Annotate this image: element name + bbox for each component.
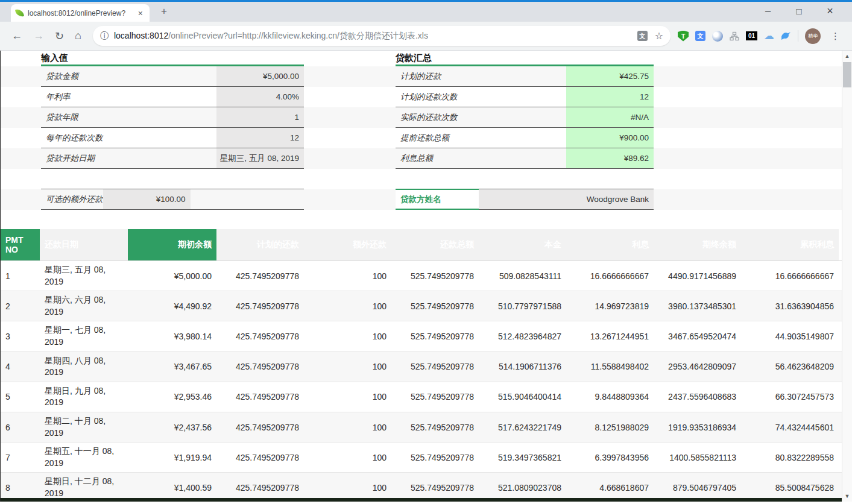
01-extension-icon[interactable]: 01 <box>746 31 757 40</box>
scroll-down-icon[interactable]: ▼ <box>842 493 852 499</box>
cell-extra-payment: 100 <box>304 329 391 344</box>
cell-interest: 8.1251988029 <box>566 420 654 435</box>
loan-summary-table: 计划的还款 ¥425.75 计划的还款次数 12 实际的还款次数 #N/A 提前… <box>396 66 654 169</box>
cell-ending-balance: 1400.5855821113 <box>654 450 741 465</box>
table-row: 贷款开始日期 星期三, 五月 08, 2019 <box>41 148 304 169</box>
cell-ending-balance: 2437.5596408683 <box>654 389 741 405</box>
cell-ending-balance: 1919.9353186934 <box>654 420 741 435</box>
address-bar[interactable]: ⓘ localhost:8012/onlinePreview?url=http:… <box>93 26 671 46</box>
row-label: 利息总额 <box>396 148 566 168</box>
bookmark-star-icon[interactable]: ☆ <box>655 30 663 42</box>
row-value: ¥425.75 <box>566 66 654 86</box>
row-label: 计划的还款次数 <box>396 87 566 107</box>
window-controls: ─ □ × <box>746 0 852 22</box>
minimize-button[interactable]: ─ <box>759 7 777 16</box>
swirl-extension-icon[interactable] <box>712 31 723 42</box>
translate-page-icon[interactable]: 文 <box>637 31 648 41</box>
sitemap-extension-icon[interactable] <box>730 31 739 41</box>
cell-extra-payment: 100 <box>304 359 391 374</box>
tab-close-icon[interactable]: × <box>136 8 145 18</box>
cell-beginning-balance: ¥5,000.00 <box>128 268 216 284</box>
vertical-scrollbar[interactable]: ▲ ▼ <box>842 51 852 502</box>
row-label: 可选的额外还款 <box>41 189 103 209</box>
browser-tab[interactable]: localhost:8012/onlinePreview? × <box>11 4 150 22</box>
row-value: ¥100.00 <box>103 189 191 209</box>
forward-button[interactable]: → <box>33 30 44 42</box>
table-row: 5 星期日, 九月 08, 2019 ¥2,953.46 425.7495209… <box>1 382 842 412</box>
cell-interest: 6.3997843956 <box>566 450 654 465</box>
cell-payment-date: 星期日, 十二月 08, 2019 <box>40 473 128 502</box>
maximize-button[interactable]: □ <box>790 6 808 16</box>
cell-scheduled-payment: 425.7495209778 <box>216 268 304 284</box>
cell-scheduled-payment: 425.7495209778 <box>216 480 304 496</box>
cell-cumulative-interest: 74.4324445601 <box>741 420 839 435</box>
lender-row: 贷款方姓名 Woodgrove Bank <box>396 189 654 210</box>
profile-avatar[interactable]: 精华 <box>805 28 821 44</box>
row-value: ¥5,000.00 <box>216 66 304 86</box>
cell-scheduled-payment: 425.7495209778 <box>216 329 304 344</box>
kkfileview-leaf-icon <box>15 8 24 17</box>
cell-principal: 514.1906711376 <box>479 359 566 374</box>
cloud-extension-icon[interactable]: ☁ <box>764 30 774 42</box>
browser-menu-icon[interactable]: ⋮ <box>831 31 840 42</box>
cell-total-payment: 525.7495209778 <box>391 298 479 314</box>
tab-title: localhost:8012/onlinePreview? <box>28 9 136 17</box>
cell-total-payment: 525.7495209778 <box>391 420 479 435</box>
translate-extension-icon[interactable]: 文 <box>695 31 705 41</box>
cell-principal: 517.6243221749 <box>479 420 566 435</box>
browser-toolbar: ← → ↻ ⌂ ⓘ localhost:8012/onlinePreview?u… <box>0 22 852 51</box>
cell-payment-date: 星期二, 十月 08, 2019 <box>40 412 128 442</box>
cell-scheduled-payment: 425.7495209778 <box>216 420 304 435</box>
cell-total-payment: 525.7495209778 <box>391 389 479 405</box>
table-row: 8 星期日, 十二月 08, 2019 ¥1,400.59 425.749520… <box>1 473 842 502</box>
table-row: 贷款金额 ¥5,000.00 <box>41 66 304 87</box>
cell-total-payment: 525.7495209778 <box>391 268 479 284</box>
cell-extra-payment: 100 <box>304 450 391 465</box>
bird-extension-icon[interactable] <box>781 31 791 41</box>
cell-total-payment: 525.7495209778 <box>391 450 479 465</box>
table-row: 6 星期二, 十月 08, 2019 ¥2,437.56 425.7495209… <box>1 412 842 443</box>
home-button[interactable]: ⌂ <box>75 30 81 42</box>
table-row: 计划的还款 ¥425.75 <box>396 66 654 87</box>
table-row: 提前还款总额 ¥900.00 <box>396 128 654 148</box>
toolbar-separator <box>798 30 798 42</box>
row-value: 12 <box>566 87 654 107</box>
cell-interest: 9.8448809364 <box>566 389 654 405</box>
cell-cumulative-interest: 80.8322289558 <box>741 450 839 465</box>
cell-principal: 515.9046400414 <box>479 389 566 405</box>
table-row: 7 星期五, 十一月 08, 2019 ¥1,919.94 425.749520… <box>1 443 842 473</box>
cell-interest: 16.6666666667 <box>566 268 654 284</box>
page-actions: 文 ☆ <box>637 30 663 42</box>
cell-beginning-balance: ¥3,980.14 <box>128 329 216 344</box>
cell-extra-payment: 100 <box>304 389 391 405</box>
tampermonkey-icon[interactable]: T <box>678 31 689 42</box>
cell-pmt-no: 8 <box>1 480 40 496</box>
header-total-payment: 还款总额 <box>391 229 479 260</box>
cell-payment-date: 星期一, 七月 08, 2019 <box>40 321 128 351</box>
cell-scheduled-payment: 425.7495209778 <box>216 450 304 465</box>
schedule-body: 1 星期三, 五月 08, 2019 ¥5,000.00 425.7495209… <box>1 261 842 502</box>
cell-beginning-balance: ¥4,490.92 <box>128 298 216 314</box>
cell-pmt-no: 7 <box>1 450 40 465</box>
back-button[interactable]: ← <box>11 30 22 42</box>
cell-ending-balance: 3467.6549520474 <box>654 329 741 344</box>
scroll-up-icon[interactable]: ▲ <box>842 53 852 59</box>
new-tab-button[interactable]: + <box>157 5 171 19</box>
reload-button[interactable]: ↻ <box>55 30 64 43</box>
input-section-title: 输入值 <box>41 52 68 64</box>
close-button[interactable]: × <box>821 5 839 17</box>
cell-pmt-no: 5 <box>1 389 40 405</box>
cell-cumulative-interest: 31.6363904856 <box>741 298 839 314</box>
cell-beginning-balance: ¥3,467.65 <box>128 359 216 374</box>
lender-value: Woodgrove Bank <box>479 189 654 210</box>
scrollbar-thumb[interactable] <box>843 62 851 87</box>
cell-cumulative-interest: 66.3072457573 <box>741 389 839 405</box>
header-scheduled-payment: 计划的还款 <box>216 229 304 260</box>
header-extra-payment: 额外还款 <box>304 229 391 260</box>
url-path: /onlinePreview?url=http://kkfileview.kek… <box>168 31 428 40</box>
cell-cumulative-interest: 44.9035149807 <box>741 329 839 344</box>
lender-label: 贷款方姓名 <box>396 189 479 210</box>
preview-content: 输入值 贷款汇总 贷款金额 ¥5,000.00 年利率 4.00% 贷款年限 1 <box>0 51 852 502</box>
extra-payment-row: 可选的额外还款 ¥100.00 <box>41 189 304 210</box>
page-info-icon[interactable]: ⓘ <box>100 31 109 42</box>
